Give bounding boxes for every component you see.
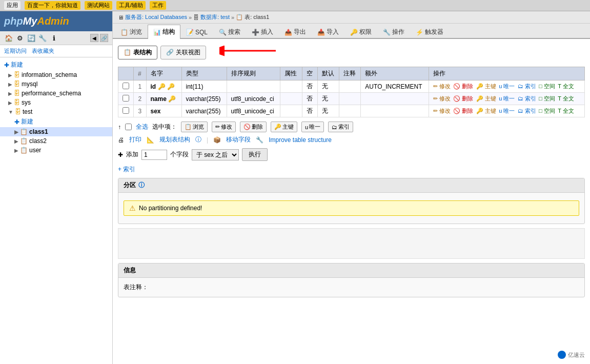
breadcrumb-server[interactable]: 服务器: Local Databases (125, 13, 187, 21)
fulltext-sex[interactable]: T 全文 (558, 108, 574, 114)
sidebar-item-performance-schema[interactable]: ▶ 🗄 performance_schema (0, 89, 112, 98)
new-label: 新建 (11, 60, 23, 69)
space-sex[interactable]: □ 空间 (539, 108, 555, 114)
sidebar-item-information-schema[interactable]: ▶ 🗄 information_schema (0, 70, 112, 79)
row-checkbox-id[interactable] (123, 83, 129, 89)
tools-bookmark[interactable]: 工具/辅助 (116, 1, 146, 10)
settings-icon[interactable]: ⚙ (15, 33, 25, 43)
sidebar-item-mysql[interactable]: ▶ 🗄 mysql (0, 79, 112, 89)
collapse-button[interactable]: ◀ (90, 34, 98, 42)
fulltext-name[interactable]: T 全文 (558, 95, 574, 102)
tab-browse[interactable]: 📋 浏览 (115, 25, 148, 39)
home-icon[interactable]: 🏠 (4, 33, 13, 43)
info-icon2[interactable]: ℹ (49, 33, 58, 43)
row-checkbox-name[interactable] (123, 95, 129, 102)
sidebar-item-class1[interactable]: ▶ 📋 class1 (0, 127, 112, 136)
add-field-count[interactable] (141, 150, 167, 160)
improve-link[interactable]: Improve table structure (269, 136, 332, 144)
tab-structure[interactable]: 📊 结构 (148, 25, 180, 39)
delete-id[interactable]: 🚫 删除 (453, 83, 473, 89)
unique-id[interactable]: u 唯一 (499, 83, 515, 89)
index-id[interactable]: 🗂 索引 (518, 83, 536, 89)
delete-name[interactable]: 🚫 删除 (453, 95, 473, 102)
col-header-type: 类型 (181, 67, 227, 80)
row-collation-name: utf8_unicode_ci (227, 93, 280, 105)
primary-sex[interactable]: 🔑 主键 (476, 108, 496, 114)
breadcrumb-database[interactable]: 数据库: test (200, 13, 230, 21)
tab-insert[interactable]: ➕ 插入 (246, 25, 279, 39)
config-icon[interactable]: 🔧 (38, 33, 47, 43)
index-sex[interactable]: 🗂 索引 (518, 108, 536, 114)
index-selected-btn[interactable]: 🗂 索引 (328, 122, 353, 132)
sync-icon[interactable]: 🔄 (27, 33, 36, 43)
edit-name[interactable]: ✏ 修改 (433, 95, 451, 102)
work-bookmark[interactable]: 工作 (150, 1, 166, 10)
delete-label: 删除 (252, 123, 263, 131)
primary-id[interactable]: 🔑 主键 (476, 83, 496, 89)
partition-info-icon[interactable]: ⓘ (138, 181, 145, 190)
delete-sex[interactable]: 🚫 删除 (453, 108, 473, 114)
expand-button[interactable]: 🔗 (100, 34, 108, 42)
edit-sex[interactable]: ✏ 修改 (433, 108, 451, 114)
relation-view-button[interactable]: 🔗 关联视图 (160, 46, 206, 59)
edit-id[interactable]: ✏ 修改 (433, 83, 451, 89)
space-name[interactable]: □ 空间 (539, 95, 555, 102)
table-structure-button[interactable]: 📋 表结构 (118, 46, 157, 59)
tab-search-label: 搜索 (228, 28, 240, 36)
apps-button[interactable]: 应用 (4, 1, 21, 10)
check-all-link[interactable]: 全选 (136, 123, 148, 131)
tab-export-icon: 📤 (284, 29, 292, 36)
primary-selected-btn[interactable]: 🔑 主键 (271, 122, 297, 132)
space-id[interactable]: □ 空间 (539, 83, 555, 89)
info-section-body: 表注释： (118, 278, 584, 297)
sidebar-item-test-new[interactable]: ✚ 新建 (0, 116, 112, 127)
unique-icon-btn: u (305, 124, 308, 130)
add-index-link[interactable]: + 索引 (118, 166, 135, 173)
col-header-default: 默认 (317, 67, 339, 80)
row-checkbox-sex[interactable] (123, 107, 129, 114)
db-label-perf: performance_schema (22, 90, 81, 97)
move-column-link[interactable]: 移动字段 (226, 135, 251, 144)
delete-selected-btn[interactable]: 🚫 删除 (240, 122, 267, 132)
tab-operations[interactable]: 🔧 操作 (377, 25, 410, 39)
sidebar-item-sys[interactable]: ▶ 🗄 sys (0, 98, 112, 107)
favorites-link[interactable]: 表收藏夹 (32, 47, 54, 55)
print-link[interactable]: 打印 (129, 135, 141, 144)
edit-selected-btn[interactable]: ✏ 修改 (212, 122, 236, 132)
sidebar-item-user[interactable]: ▶ 📋 user (0, 146, 112, 155)
fulltext-id[interactable]: T 全文 (558, 83, 574, 89)
expand-icon-class2: ▶ (14, 138, 18, 144)
unique-sex[interactable]: u 唯一 (499, 108, 515, 114)
sidebar-item-test[interactable]: ▼ 🗄 test (0, 107, 112, 116)
test-site-bookmark[interactable]: 测试网站 (85, 1, 112, 10)
table-structure-label: 表结构 (133, 48, 152, 57)
row-null-sex: 否 (302, 105, 317, 117)
tab-export[interactable]: 📤 导出 (279, 25, 312, 39)
index-name[interactable]: 🗂 索引 (518, 95, 536, 102)
col-header-extra: 额外 (361, 67, 429, 80)
tab-triggers[interactable]: ⚡ 触发器 (410, 25, 449, 39)
tab-search[interactable]: 🔍 搜索 (213, 25, 246, 39)
row-name-sex: sex (146, 105, 181, 117)
sidebar-item-class2[interactable]: ▶ 📋 class2 (0, 136, 112, 146)
check-all-checkbox[interactable] (125, 124, 132, 130)
add-field-position[interactable]: 于 sex 之后 (192, 149, 239, 160)
normalize-link[interactable]: 规划表结构 (159, 135, 190, 144)
partition-panel-body: ⚠ No partitioning defined! (118, 193, 584, 224)
row-null-id: 否 (302, 80, 317, 93)
primary-name[interactable]: 🔑 主键 (476, 95, 496, 102)
tab-sql-label: SQL (195, 29, 208, 36)
browse-selected-btn[interactable]: 📋 浏览 (181, 122, 208, 132)
tab-privileges[interactable]: 🔑 权限 (344, 25, 377, 39)
row-comment-id (339, 80, 360, 93)
sidebar-new-item[interactable]: ✚ 新建 (0, 59, 112, 70)
col-header-collation: 排序规则 (227, 67, 280, 80)
tab-import[interactable]: 📥 导入 (312, 25, 344, 39)
exec-button[interactable]: 执行 (242, 148, 268, 161)
unique-selected-btn[interactable]: u 唯一 (301, 122, 324, 132)
tab-sql[interactable]: 📝 SQL (180, 25, 213, 39)
unique-name[interactable]: u 唯一 (499, 95, 515, 102)
baidu-bookmark[interactable]: 百度一下，你就知道 (25, 1, 80, 10)
recent-link[interactable]: 近期访问 (4, 47, 27, 55)
edit-icon: ✏ (215, 124, 220, 130)
